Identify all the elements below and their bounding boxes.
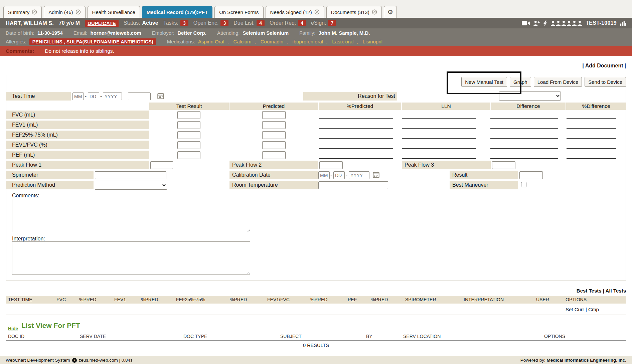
duplicate-badge[interactable]: DUPLICATE	[85, 20, 119, 27]
test-time-yyyy-input[interactable]	[103, 93, 122, 100]
pef-predicted-input[interactable]	[262, 151, 286, 159]
list-column-subject[interactable]: SUBJECT	[280, 334, 302, 339]
medication-link[interactable]: Aspirin Oral	[198, 39, 224, 44]
cmp-link[interactable]: Cmp	[588, 307, 599, 312]
medication-link[interactable]: Lisinopril	[363, 39, 382, 44]
best-tests-link[interactable]: Best Tests	[577, 288, 602, 294]
fvc-predicted-input[interactable]	[262, 111, 286, 119]
open-popup-icon[interactable]	[314, 9, 320, 15]
esign-label: eSign:	[311, 20, 326, 26]
fvc-test-result-input[interactable]	[177, 111, 200, 119]
patient-name: HART, WILLIAM S.	[6, 20, 54, 26]
video-call-icon[interactable]	[522, 21, 530, 26]
add-person-icon[interactable]	[533, 21, 540, 26]
set-curr-link[interactable]: Set Curr	[566, 307, 584, 312]
list-column-serv-date[interactable]: SERV DATE	[80, 334, 106, 339]
medication-link[interactable]: ibuprofen oral	[292, 39, 323, 44]
tab-on-screen-forms[interactable]: On Screen Forms	[214, 6, 263, 18]
open-popup-icon[interactable]	[75, 9, 81, 15]
tab-needs-signed[interactable]: Needs Signed (12)	[266, 6, 324, 18]
settings-tab[interactable]: ⚙	[384, 6, 397, 18]
test-time-dd-input[interactable]	[88, 93, 99, 100]
order-req-count-badge[interactable]: 4	[298, 20, 306, 26]
list-column-serv-location[interactable]: SERV LOCATION	[403, 334, 441, 339]
list-view-rule	[88, 327, 626, 327]
list-column-options[interactable]: OPTIONS	[544, 334, 565, 339]
fef-predicted-input[interactable]	[262, 131, 286, 139]
results-column-header: SPIROMETER	[405, 297, 436, 302]
esign-count-badge[interactable]: 7	[328, 20, 336, 26]
calibration-dd-input[interactable]	[333, 171, 345, 179]
room-temperature-input[interactable]	[318, 181, 388, 189]
result-input[interactable]	[519, 171, 543, 179]
due-list-count-badge[interactable]: 4	[257, 20, 265, 26]
medication-link[interactable]: Calcium	[233, 39, 251, 44]
fvc-lln-value	[402, 111, 476, 119]
due-list-label: Due List:	[233, 20, 255, 26]
peak-flow-3-input[interactable]	[492, 161, 515, 169]
tab-summary[interactable]: Summary	[3, 6, 42, 18]
patient-age-sex: 70 y/o M	[59, 20, 80, 26]
calibration-mm-input[interactable]	[318, 171, 330, 179]
best-maneuver-checkbox[interactable]	[521, 182, 526, 187]
medication-link[interactable]: Coumadin	[261, 39, 283, 44]
pef-test-result-input[interactable]	[177, 151, 200, 159]
open-enc-count-badge[interactable]: 3	[220, 20, 228, 26]
tab-admin[interactable]: Admin (46)	[44, 6, 85, 18]
list-view-divider	[6, 340, 626, 341]
fev1-fvc-predicted-input[interactable]	[262, 141, 286, 149]
calendar-icon[interactable]	[373, 171, 379, 178]
comments-textarea[interactable]	[12, 199, 250, 232]
row-label-fev1: FEV1 (mL)	[6, 121, 149, 129]
open-popup-icon[interactable]	[372, 9, 377, 15]
medication-link[interactable]: Lasix oral	[332, 39, 353, 44]
fev1-test-result-input[interactable]	[177, 121, 200, 129]
separator: ,	[255, 39, 256, 44]
send-to-device-button[interactable]: Send to Device	[585, 77, 626, 87]
list-column-doc-type[interactable]: DOC TYPE	[183, 334, 207, 339]
quick-action-lightning-icon[interactable]	[543, 20, 547, 26]
comments-banner: Comments: Do not release info to sibling…	[0, 46, 632, 56]
test-time-time-input[interactable]	[128, 93, 151, 100]
add-document-link[interactable]: Add Document	[585, 63, 623, 68]
peak-flow-2-input[interactable]	[319, 161, 343, 169]
tab-medical-record[interactable]: Medical Record (179):PFT	[142, 6, 212, 18]
info-icon[interactable]: i	[72, 358, 77, 363]
row-label-pef: PEF (mL)	[6, 151, 149, 159]
allergy-badge[interactable]: PENICILLINS , SULFA(SULFONAMIDE ANTIBIOT…	[29, 38, 156, 45]
spirometer-input[interactable]	[95, 171, 166, 179]
interpretation-textarea[interactable]	[12, 241, 250, 275]
tab-documents[interactable]: Documents (313)	[326, 6, 382, 18]
calibration-yyyy-input[interactable]	[349, 171, 369, 179]
test-time-mm-input[interactable]	[72, 93, 84, 100]
all-tests-link[interactable]: All Tests	[606, 288, 626, 294]
fev1-lln-value	[402, 121, 476, 129]
user-icon	[562, 21, 566, 26]
fef-test-result-input[interactable]	[177, 131, 200, 139]
date-dash: -	[330, 172, 332, 178]
results-column-header: FVC	[56, 297, 66, 302]
graph-button[interactable]: Graph	[510, 77, 531, 87]
fev1-predicted-input[interactable]	[262, 121, 286, 129]
tasks-count-badge[interactable]: 3	[180, 20, 188, 26]
reason-for-test-select[interactable]	[499, 92, 561, 101]
hide-link[interactable]: Hide	[8, 326, 18, 331]
comments-label: Comments:	[12, 193, 39, 199]
open-enc-label: Open Enc:	[193, 20, 219, 26]
fev1-fvc-pct-difference-value	[567, 141, 616, 149]
results-empty-row	[6, 304, 626, 315]
calendar-icon[interactable]	[157, 93, 164, 99]
open-popup-icon[interactable]	[32, 9, 37, 15]
list-column-by[interactable]: BY	[366, 334, 372, 339]
peak-flow-1-input[interactable]	[150, 161, 173, 169]
chart-icon[interactable]	[620, 21, 626, 26]
list-column-doc-id[interactable]: DOC ID	[8, 334, 24, 339]
separator: |	[582, 63, 584, 68]
load-from-device-button[interactable]: Load From Device	[534, 77, 582, 87]
fev1-fvc-test-result-input[interactable]	[177, 141, 200, 149]
result-label: Result	[450, 171, 518, 179]
tab-health-surveillance[interactable]: Health Surveillance	[88, 6, 140, 18]
prediction-method-select[interactable]	[95, 181, 167, 190]
new-manual-test-button[interactable]: New Manual Test	[461, 77, 507, 87]
peak-flow-3-label: Peak Flow 3	[402, 161, 491, 169]
